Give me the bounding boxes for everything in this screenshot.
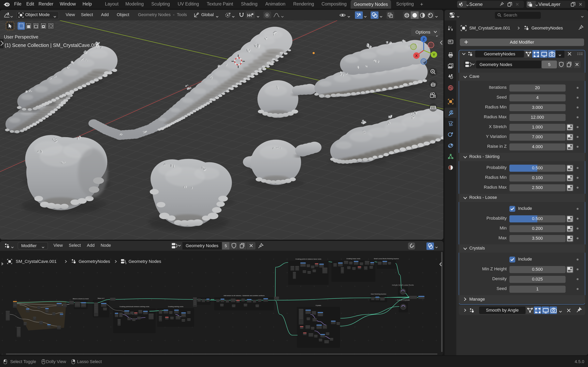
svg-text:Creating pointclouds between s: Creating pointclouds between skirting ro… (119, 306, 149, 308)
svg-text:X: X (415, 54, 418, 58)
svg-text:Cave finishing touches: Cave finishing touches (371, 293, 386, 295)
svg-text:Raise in Z: Raise in Z (98, 297, 105, 299)
svg-text:Small Loose Rocks finishing to: Small Loose Rocks finishing touches (374, 258, 399, 259)
svg-text:Creating loose rocks: Creating loose rocks (346, 258, 360, 259)
svg-text:(1) Scene Collection | SM_Crys: (1) Scene Collection | SM_CrystalCave.00… (5, 42, 100, 48)
svg-text:Creating skirting rocks: Creating skirting rocks (168, 306, 183, 308)
svg-text:Options: Options (415, 30, 430, 34)
svg-text:Creating points to balance loo: Creating points to balance loose rocks (295, 258, 321, 260)
svg-text:Include Crystals: Include Crystals (397, 299, 410, 301)
svg-text:Include Small Loose Rocks: Include Small Loose Rocks (392, 284, 414, 286)
svg-text:Z: Z (422, 37, 425, 41)
svg-text:Blob to volume to mesh: Blob to volume to mesh (73, 298, 89, 300)
svg-text:Y: Y (433, 53, 435, 57)
svg-text:Add texture to all volumes - S: Add texture to all volumes - Subdivide a… (224, 295, 265, 296)
svg-text:User Perspective: User Perspective (4, 34, 38, 40)
svg-text:5: 5 (125, 262, 126, 264)
svg-text:Crystals: Crystals (316, 305, 321, 306)
